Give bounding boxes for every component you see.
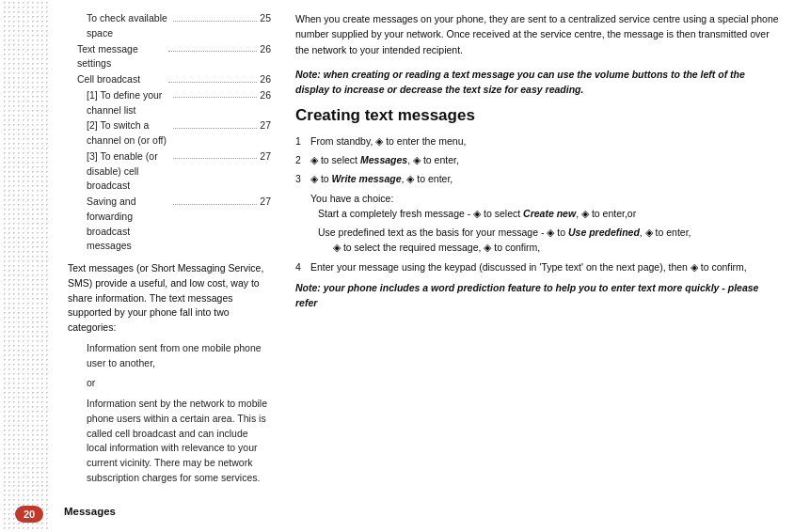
toc-item-text: Saving and forwarding broadcast messages — [87, 195, 170, 254]
step-1: 1 From standby, ◈ to enter the menu, — [295, 133, 779, 149]
write-message-bold: Write message — [332, 173, 402, 184]
left-column: To check available space 25 Text message… — [64, 8, 280, 532]
create-new-bold: Create new — [523, 208, 576, 219]
you-have-choice: You have a choice: — [310, 191, 779, 206]
footer: 20 Messages — [0, 483, 794, 532]
toc-page: 27 — [260, 195, 271, 254]
info-text-2: Information sent by the network to mobil… — [87, 398, 267, 483]
toc-item-text-settings: Text message settings 26 — [68, 42, 271, 72]
option1: Start a completely fresh message - ◈ to … — [310, 206, 779, 221]
step-2: 2 ◈ to select Messages, ◈ to enter, — [295, 152, 779, 167]
section-heading: Creating text messages — [295, 106, 779, 125]
steps-list: 1 From standby, ◈ to enter the menu, 2 ◈… — [295, 133, 779, 187]
right-column: When you create messages on your phone, … — [280, 8, 794, 532]
step-3: 3 ◈ to Write message, ◈ to enter, — [295, 171, 779, 186]
step-num-2: 2 — [295, 152, 310, 167]
toc-item-text: [1] To define your channel list — [87, 88, 170, 118]
bottom-note: Note: your phone includes a word predict… — [295, 280, 779, 311]
left-decoration — [0, 0, 64, 532]
step-num-3: 3 — [295, 171, 310, 186]
step-content-3: ◈ to Write message, ◈ to enter, — [310, 171, 779, 186]
main-content: To check available space 25 Text message… — [64, 0, 794, 532]
body-text-para1: Text messages (or Short Messaging Servic… — [68, 261, 271, 336]
toc-page: 27 — [260, 149, 271, 194]
toc-page: 26 — [260, 72, 271, 87]
step-content-2: ◈ to select Messages, ◈ to enter, — [310, 152, 779, 167]
toc-item-cell-broadcast: Cell broadcast 26 — [68, 72, 271, 87]
toc-page: 25 — [260, 11, 271, 41]
page-container: To check available space 25 Text message… — [0, 0, 794, 532]
sub-option: ◈ to select the required message, ◈ to c… — [318, 240, 779, 255]
choice-block: You have a choice: Start a completely fr… — [295, 191, 779, 256]
toc-item-text: To check available space — [87, 11, 170, 41]
toc-page: 26 — [260, 88, 271, 118]
intro-text: When you create messages on your phone, … — [295, 11, 779, 57]
info-block-or: or — [68, 376, 271, 391]
toc-item-text: [3] To enable (or disable) cell broadcas… — [87, 149, 170, 194]
toc-page: 27 — [260, 118, 271, 149]
footer-label: Messages — [64, 506, 116, 517]
step-num-4: 4 — [295, 259, 310, 274]
info-block-2: Information sent by the network to mobil… — [68, 397, 271, 486]
step-num-1: 1 — [295, 133, 310, 149]
info-block-1: Information sent from one mobile phone u… — [68, 341, 271, 371]
toc-item-check-space: To check available space 25 — [68, 11, 271, 41]
step-content-4: Enter your message using the keypad (dis… — [310, 259, 747, 274]
page-number-badge: 20 — [15, 506, 43, 523]
step-4-container: 4 Enter your message using the keypad (d… — [295, 259, 779, 274]
toc-page: 26 — [260, 42, 271, 72]
messages-bold: Messages — [360, 154, 407, 165]
use-predefined-bold: Use predefined — [568, 227, 640, 238]
option2: Use predefined text as the basis for you… — [310, 225, 779, 256]
toc-item-define-channel: [1] To define your channel list 26 — [68, 88, 271, 118]
italic-note: Note: when creating or reading a text me… — [295, 67, 779, 98]
toc-item-enable-broadcast: [3] To enable (or disable) cell broadcas… — [68, 149, 271, 194]
toc-item-saving-forwarding: Saving and forwarding broadcast messages… — [68, 195, 271, 254]
toc-item-switch-channel: [2] To switch a channel on (or off) 27 — [68, 118, 271, 149]
dot-pattern-left — [2, 0, 51, 532]
toc-item-text: [2] To switch a channel on (or off) — [87, 118, 170, 149]
info-text-1: Information sent from one mobile phone u… — [87, 342, 262, 368]
toc-item-text: Text message settings — [77, 42, 166, 72]
or-text: or — [87, 377, 95, 388]
bottom-note-text: Note: your phone includes a word predict… — [295, 282, 758, 308]
toc-item-text: Cell broadcast — [77, 72, 166, 87]
step-content-1: From standby, ◈ to enter the menu, — [310, 133, 779, 149]
